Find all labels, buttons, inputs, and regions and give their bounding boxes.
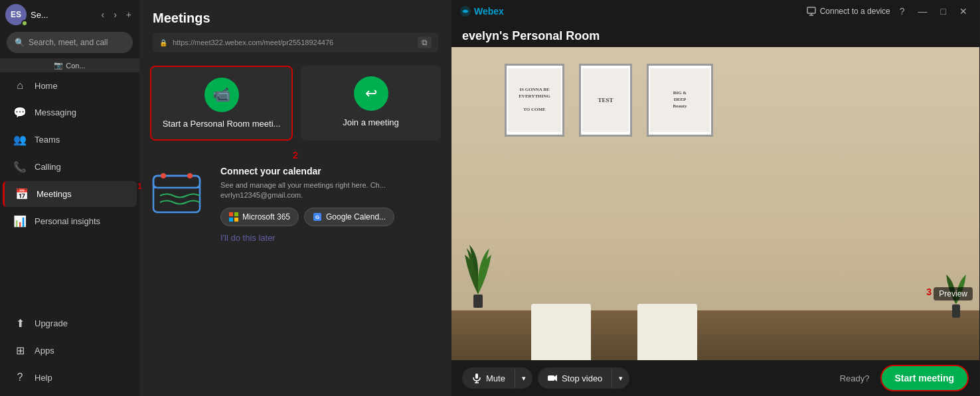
con-bar: 📷 Con... xyxy=(0,58,139,72)
maximize-button[interactable]: □ xyxy=(937,5,950,18)
sidebar-item-label: Upgrade xyxy=(35,318,68,328)
search-bar[interactable]: 🔍 Search, meet, and call xyxy=(7,32,133,53)
new-button[interactable]: + xyxy=(123,7,134,23)
plant xyxy=(461,222,495,310)
sidebar-nav: ⌂ Home 💬 Messaging 👥 Teams 📞 Calling 📅 M… xyxy=(0,72,139,310)
picture-frame-3: BIG &DEEPBeauty xyxy=(647,64,713,137)
apps-icon: ⊞ xyxy=(13,344,27,357)
video-camera-icon: 📹 xyxy=(204,78,239,112)
meetings-icon: 📅 xyxy=(15,188,29,200)
forward-button[interactable]: › xyxy=(111,7,120,23)
monitor-icon xyxy=(807,7,816,16)
avatar[interactable]: ES xyxy=(5,4,27,25)
sidebar-item-label: Personal insights xyxy=(35,216,100,226)
sidebar-username: Se... xyxy=(31,10,94,20)
webex-room-title: evelyn's Personal Room xyxy=(451,23,979,47)
calendar-illustration xyxy=(150,166,210,219)
svg-rect-12 xyxy=(807,7,815,13)
video-icon: 📷 xyxy=(54,61,63,70)
page-title: Meetings xyxy=(153,11,438,26)
meeting-url: https://meet322.webex.com/meet/pr2551892… xyxy=(173,38,412,46)
calling-icon: 📞 xyxy=(13,161,27,173)
insights-icon: 📊 xyxy=(13,215,27,228)
calendar-buttons: Microsoft 365 G Google Calend... xyxy=(220,208,441,226)
meeting-cards: 📹 Start a Personal Room meeti... ↩ Join … xyxy=(139,66,451,149)
connect-device-button[interactable]: Connect to a device xyxy=(807,7,890,16)
mute-chevron-button[interactable]: ▾ xyxy=(515,369,532,388)
join-meeting-card[interactable]: ↩ Join a meeting xyxy=(301,66,441,141)
avatar-status-badge xyxy=(21,20,28,27)
svg-rect-1 xyxy=(153,176,200,188)
sidebar-item-personal-insights[interactable]: 📊 Personal insights xyxy=(3,208,137,234)
sidebar-item-label: Help xyxy=(35,373,52,383)
sidebar-header: ES Se... ‹ › + xyxy=(0,0,139,29)
avatar-initials: ES xyxy=(11,10,21,19)
svg-point-4 xyxy=(187,173,193,178)
mute-button[interactable]: Mute xyxy=(462,367,515,389)
minimize-button[interactable]: — xyxy=(914,5,932,18)
webex-controls: Connect to a device ? — □ ✕ xyxy=(807,5,971,18)
svg-text:G: G xyxy=(315,214,319,220)
ms365-button[interactable]: Microsoft 365 xyxy=(220,208,299,226)
mute-button-group: Mute ▾ xyxy=(462,367,532,389)
start-personal-room-card[interactable]: 📹 Start a Personal Room meeti... xyxy=(150,66,293,141)
connect-device-label: Connect to a device xyxy=(820,7,890,16)
sidebar-item-messaging[interactable]: 💬 Messaging xyxy=(3,99,137,125)
video-icon xyxy=(547,373,558,383)
help-icon: ? xyxy=(13,371,27,383)
messaging-icon: 💬 xyxy=(13,106,27,119)
webex-bottom-bar: Mute ▾ Stop video ▾ Ready? Start meeting xyxy=(451,360,979,396)
webex-titlebar: Webex Connect to a device ? — □ ✕ xyxy=(451,0,979,23)
start-meeting-button[interactable]: Start meeting xyxy=(880,365,969,391)
sidebar: ES Se... ‹ › + 🔍 Search, meet, and call … xyxy=(0,0,139,396)
svg-point-3 xyxy=(161,173,166,178)
close-button[interactable]: ✕ xyxy=(955,5,971,18)
pictures-row: IS GONNA BEEVERYTHINGTO COME TEST BIG &D… xyxy=(505,64,713,137)
do-later-link[interactable]: I'll do this later xyxy=(220,233,276,243)
webex-panel: Webex Connect to a device ? — □ ✕ evelyn… xyxy=(451,0,979,396)
sidebar-item-apps[interactable]: ⊞ Apps xyxy=(3,338,137,363)
picture-frame-1: IS GONNA BEEVERYTHINGTO COME xyxy=(505,64,564,137)
sidebar-item-calling[interactable]: 📞 Calling xyxy=(3,154,137,180)
stop-video-button[interactable]: Stop video xyxy=(538,367,612,389)
sidebar-item-meetings[interactable]: 📅 Meetings 1 xyxy=(3,181,137,207)
back-button[interactable]: ‹ xyxy=(98,7,107,23)
google-icon: G xyxy=(313,212,322,222)
ready-text: Ready? xyxy=(635,373,869,383)
connect-calendar-title: Connect your calendar xyxy=(220,166,441,176)
google-calendar-button[interactable]: G Google Calend... xyxy=(304,208,394,226)
picture-frame-2: TEST xyxy=(579,64,632,137)
teams-icon: 👥 xyxy=(13,133,27,146)
chair-left xyxy=(531,304,591,360)
upgrade-icon: ⬆ xyxy=(13,317,27,330)
annotation-2: 2 xyxy=(293,149,298,161)
svg-rect-15 xyxy=(473,295,483,308)
video-background: IS GONNA BEEVERYTHINGTO COME TEST BIG &D… xyxy=(451,47,979,360)
preview-label: Preview xyxy=(934,287,973,300)
ms365-label: Microsoft 365 xyxy=(242,212,290,222)
annotation-3: 3 xyxy=(926,287,932,297)
sidebar-item-label: Teams xyxy=(35,135,60,145)
search-placeholder: Search, meet, and call xyxy=(29,38,108,47)
sidebar-item-label: Calling xyxy=(35,162,61,172)
join-meeting-label: Join a meeting xyxy=(343,117,399,127)
video-chevron-button[interactable]: ▾ xyxy=(612,369,629,388)
svg-rect-7 xyxy=(229,218,233,222)
calendar-section: Connect your calendar See and manage all… xyxy=(139,161,451,249)
svg-rect-6 xyxy=(234,212,238,216)
sidebar-item-label: Home xyxy=(35,81,58,91)
copy-url-button[interactable]: ⧉ xyxy=(418,36,432,48)
microphone-icon xyxy=(471,373,482,383)
help-button[interactable]: ? xyxy=(896,5,909,18)
sidebar-item-teams[interactable]: 👥 Teams xyxy=(3,127,137,153)
svg-rect-16 xyxy=(952,304,960,318)
svg-rect-5 xyxy=(229,212,233,216)
sidebar-item-label: Meetings xyxy=(37,189,72,199)
sidebar-item-help[interactable]: ? Help xyxy=(3,365,137,390)
sidebar-item-home[interactable]: ⌂ Home xyxy=(3,73,137,98)
calendar-text: Connect your calendar See and manage all… xyxy=(220,166,441,243)
sidebar-item-upgrade[interactable]: ⬆ Upgrade xyxy=(3,310,137,336)
webex-app-name: Webex xyxy=(474,6,504,17)
svg-marker-21 xyxy=(554,375,557,381)
chair-right xyxy=(637,304,697,360)
